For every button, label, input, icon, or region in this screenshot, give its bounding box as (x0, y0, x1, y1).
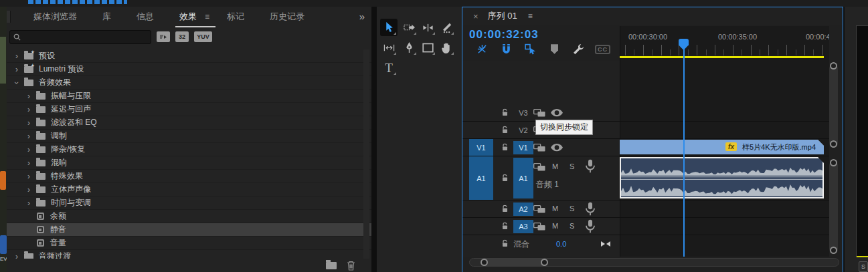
lock-icon[interactable] (501, 174, 509, 182)
tree-item-stereo-pan[interactable]: › 立体声声像 (7, 183, 371, 196)
track-content-v2[interactable] (620, 122, 829, 138)
tree-item-balance[interactable]: 余额 (7, 210, 371, 223)
tree-item-modulation[interactable]: › 调制 (7, 130, 371, 143)
playhead-timecode[interactable]: 00:00:32:03 (469, 28, 539, 41)
sync-lock-icon[interactable] (533, 143, 545, 152)
mic-icon[interactable] (584, 204, 596, 213)
chevron-right-icon[interactable]: › (24, 199, 33, 207)
panel-menu-icon[interactable]: ≡ (528, 11, 533, 21)
drag-handle[interactable] (830, 62, 837, 70)
snap-icon[interactable] (500, 43, 513, 55)
playhead-line[interactable] (683, 47, 685, 257)
track-target-v1[interactable]: V1 (513, 141, 533, 154)
chevron-right-icon[interactable]: › (12, 65, 21, 74)
tab-info[interactable]: 信息 (137, 11, 154, 23)
tab-history[interactable]: 历史记录 (270, 11, 305, 23)
razor-tool[interactable] (438, 19, 455, 36)
drag-handle[interactable] (830, 159, 837, 166)
solo-button[interactable]: S (570, 205, 574, 213)
panel-divider[interactable] (371, 7, 377, 272)
type-tool[interactable]: T (380, 59, 398, 76)
add-marker-icon[interactable] (548, 43, 561, 55)
lock-icon[interactable] (501, 239, 509, 248)
tree-item-amplitude[interactable]: › 振幅与压限 (7, 90, 371, 103)
mute-button[interactable]: M (552, 162, 558, 170)
sync-lock-icon[interactable] (533, 162, 545, 172)
video-track-zoom-scrollbar[interactable] (829, 64, 838, 148)
tree-item-filter-eq[interactable]: › 滤波器和 EQ (7, 116, 371, 130)
pan-bowtie-icon[interactable] (601, 241, 610, 247)
eye-icon[interactable] (551, 108, 563, 118)
sync-lock-icon[interactable] (533, 108, 545, 118)
eye-icon[interactable] (551, 143, 563, 152)
captions-icon[interactable]: CC (596, 43, 609, 55)
accelerated-effects-filter-button[interactable] (157, 31, 170, 42)
track-content-v3[interactable] (620, 104, 829, 121)
tab-markers[interactable]: 标记 (227, 11, 244, 23)
rectangle-tool[interactable] (419, 39, 436, 56)
track-target-a3[interactable]: A3 (513, 220, 533, 233)
track-select-forward-tool[interactable] (400, 19, 418, 36)
sync-lock-icon[interactable] (533, 222, 545, 231)
ripple-edit-tool[interactable] (419, 19, 436, 36)
chevron-right-icon[interactable]: › (24, 132, 33, 140)
track-content-v1[interactable]: fx 样5片4K无水印版.mp4 (620, 139, 829, 156)
track-content-a1[interactable] (620, 156, 829, 200)
solo-button[interactable]: S (859, 261, 868, 272)
nest-icon[interactable] (476, 43, 489, 55)
scrollbar-thumb[interactable] (482, 259, 546, 266)
tree-item-volume[interactable]: 音量 (7, 237, 371, 250)
hand-tool[interactable] (438, 39, 455, 56)
tree-item-delay-echo[interactable]: › 延迟与回声 (7, 103, 371, 116)
chevron-right-icon[interactable]: › (24, 146, 33, 154)
clipped-tab[interactable] (7, 11, 11, 23)
track-target-v3[interactable]: V3 (513, 108, 533, 118)
work-area-bar[interactable] (620, 56, 824, 58)
audio-track-zoom-scrollbar[interactable] (829, 161, 838, 253)
audio-clip[interactable] (620, 157, 824, 198)
track-name-a1[interactable]: 音频 1 (536, 179, 559, 190)
lock-icon[interactable] (501, 126, 509, 134)
selection-tool[interactable] (380, 19, 398, 36)
solo-button[interactable]: S (570, 222, 574, 230)
scrollbar-gutter[interactable] (363, 49, 369, 263)
video-clip[interactable]: fx 样5片4K无水印版.mp4 (620, 140, 824, 154)
close-icon[interactable]: × (473, 11, 479, 21)
sequence-tab[interactable]: 序列 01 (488, 10, 517, 22)
chevron-right-icon[interactable]: › (24, 92, 33, 100)
lock-icon[interactable] (501, 222, 509, 231)
chevron-right-icon[interactable]: › (24, 159, 33, 167)
track-target-v2[interactable]: V2 (513, 125, 533, 136)
settings-wrench-icon[interactable] (572, 43, 585, 55)
linked-selection-icon[interactable] (524, 43, 537, 55)
lock-icon[interactable] (501, 108, 509, 117)
tree-item-audio-effects[interactable]: › 音频效果 (7, 76, 371, 90)
mic-icon[interactable] (584, 221, 596, 231)
tree-item-lumetri-presets[interactable]: › Lumetri 预设 (7, 63, 371, 76)
master-volume-value[interactable]: 0.0 (556, 240, 566, 248)
tree-item-special[interactable]: › 特殊效果 (7, 170, 371, 183)
tree-item-time-pitch[interactable]: › 时间与变调 (7, 196, 371, 210)
track-target-a1[interactable]: A1 (513, 158, 533, 198)
track-content-a2[interactable] (620, 200, 829, 217)
mic-icon[interactable] (584, 161, 596, 170)
effects-search-box[interactable] (9, 30, 151, 44)
search-input[interactable] (24, 33, 145, 42)
mute-button[interactable]: M (552, 222, 558, 230)
horizontal-zoom-scrollbar[interactable] (469, 258, 839, 267)
tree-item-mute-selected[interactable]: 静音 (7, 223, 371, 237)
panel-menu-icon[interactable]: ≡ (205, 12, 209, 21)
slip-tool[interactable] (380, 39, 398, 56)
bit32-filter-button[interactable]: 32 (175, 31, 189, 42)
tree-item-noise-restore[interactable]: › 降杂/恢复 (7, 143, 371, 156)
track-content-master[interactable] (620, 235, 829, 252)
chevron-right-icon[interactable]: › (24, 186, 33, 194)
delete-icon[interactable] (347, 261, 355, 271)
sync-lock-icon[interactable] (533, 205, 545, 214)
tree-item-presets[interactable]: › 预设 (7, 49, 371, 63)
drag-handle[interactable] (830, 247, 837, 254)
chevron-right-icon[interactable]: › (24, 119, 33, 127)
track-target-a2[interactable]: A2 (513, 202, 533, 216)
tab-effects[interactable]: 效果 (179, 11, 197, 23)
chevron-right-icon[interactable]: › (12, 52, 21, 60)
